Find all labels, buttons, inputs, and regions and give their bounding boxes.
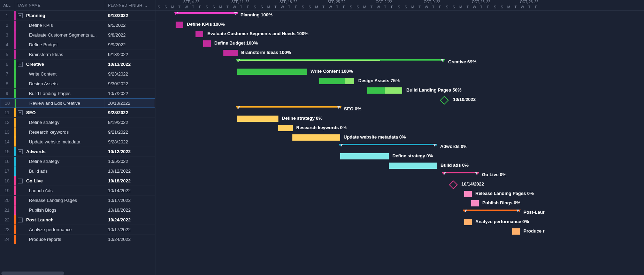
- table-row[interactable]: 12Define strategy9/19/2022: [0, 118, 155, 127]
- collapse-icon[interactable]: −: [18, 179, 23, 183]
- day-letter: S: [210, 5, 217, 9]
- task-bar[interactable]: [237, 69, 307, 75]
- h-scrollbar[interactable]: [1, 272, 64, 275]
- task-bar[interactable]: [389, 163, 437, 169]
- day-letter: S: [162, 5, 169, 9]
- table-row[interactable]: 22−Post-Launch10/24/2022: [0, 215, 155, 225]
- row-color-bar: [14, 60, 16, 69]
- week-label: OCT, 9 '22: [424, 0, 440, 4]
- table-row[interactable]: 23Analyze performance10/17/2022: [0, 225, 155, 235]
- summary-bar[interactable]: [340, 144, 436, 145]
- task-bar[interactable]: [471, 200, 479, 206]
- table-row[interactable]: 16Define strategy10/5/2022: [0, 157, 155, 166]
- table-row[interactable]: 14Update website metadata9/28/2022: [0, 137, 155, 147]
- row-number: 22: [0, 215, 14, 225]
- col-header-name[interactable]: TASK NAME: [14, 0, 105, 10]
- planned-finish: 10/17/2022: [105, 227, 155, 232]
- row-number: 4: [0, 40, 14, 49]
- table-row[interactable]: 6−Creative10/13/2022: [0, 60, 155, 69]
- day-letter: S: [306, 5, 313, 9]
- gantt-row: Publish Blogs 0%: [155, 199, 644, 208]
- task-bar[interactable]: [512, 228, 520, 235]
- table-row[interactable]: 17Build ads10/12/2022: [0, 166, 155, 176]
- summary-bar[interactable]: [464, 210, 519, 211]
- collapse-icon[interactable]: −: [18, 218, 23, 222]
- task-bar[interactable]: [464, 191, 472, 197]
- collapse-icon[interactable]: −: [18, 62, 23, 67]
- gantt-row: 10/14/2022: [155, 180, 644, 189]
- task-name: Planning: [23, 13, 105, 18]
- table-row[interactable]: 11−SEO9/28/2022: [0, 108, 155, 118]
- task-name: Define strategy: [16, 159, 105, 164]
- progress-overlay: [385, 87, 402, 94]
- planned-finish: 10/24/2022: [105, 237, 155, 242]
- day-letter: F: [341, 5, 348, 9]
- milestone-icon[interactable]: [449, 180, 458, 189]
- week-label: SEP, 11 '22: [231, 0, 249, 4]
- table-row[interactable]: 13Research keywords9/21/2022: [0, 127, 155, 137]
- bar-label: Evaluate Customer Segments and Needs 100…: [207, 31, 308, 36]
- collapse-icon[interactable]: −: [18, 13, 23, 18]
- planned-finish: 9/23/2022: [105, 71, 155, 77]
- task-bar[interactable]: [340, 153, 389, 159]
- planned-finish: 10/5/2022: [105, 159, 155, 164]
- table-row[interactable]: 15−Adwords10/12/2022: [0, 147, 155, 157]
- row-color-bar: [14, 147, 16, 156]
- row-name-cell: Design Assets: [14, 79, 105, 88]
- task-bar[interactable]: [237, 116, 278, 122]
- table-row[interactable]: 4Define Budget9/9/2022: [0, 40, 155, 50]
- planned-finish: 10/7/2022: [105, 91, 155, 96]
- table-row[interactable]: 20Release Landing Pages10/17/2022: [0, 196, 155, 205]
- task-bar[interactable]: [278, 125, 293, 131]
- summary-bar[interactable]: [237, 106, 340, 108]
- gantt-row: Brainstorm Ideas 100%: [155, 48, 644, 58]
- row-name-cell: −Planning: [14, 11, 105, 20]
- milestone-icon[interactable]: [440, 96, 449, 104]
- summary-bar[interactable]: [443, 172, 478, 173]
- task-bar[interactable]: [464, 219, 472, 225]
- task-bar[interactable]: [176, 22, 183, 28]
- row-number: 11: [0, 108, 14, 117]
- table-row[interactable]: 18−Go Live10/18/2022: [0, 176, 155, 186]
- gantt-row: Go Live 0%: [155, 171, 644, 180]
- day-letter: T: [190, 5, 197, 9]
- table-row[interactable]: 9Build Landing Pages10/7/2022: [0, 89, 155, 99]
- table-row[interactable]: 3Evaluate Customer Segments a...9/8/2022: [0, 30, 155, 40]
- task-bar[interactable]: [292, 134, 340, 141]
- day-letter: M: [217, 5, 224, 9]
- collapse-icon[interactable]: −: [18, 110, 23, 115]
- day-letter: S: [347, 5, 354, 9]
- task-bar[interactable]: [203, 40, 211, 47]
- gantt-chart[interactable]: Planning 100%Define KPIs 100%Evaluate Cu…: [155, 11, 644, 236]
- row-number: 19: [0, 186, 14, 195]
- task-bar[interactable]: [223, 50, 238, 56]
- table-row[interactable]: 8Design Assets9/30/2022: [0, 79, 155, 89]
- row-name-cell: Define KPIs: [14, 21, 105, 30]
- col-header-all[interactable]: ALL: [0, 0, 14, 10]
- task-name: Define strategy: [16, 120, 105, 125]
- task-name: SEO: [23, 110, 105, 115]
- task-bar[interactable]: [196, 31, 203, 37]
- table-row[interactable]: 10Review and Edit Creative10/13/2022: [0, 99, 155, 108]
- table-row[interactable]: 2Define KPIs9/5/2022: [0, 21, 155, 30]
- task-name: Publish Blogs: [16, 207, 105, 213]
- bar-label: Analyze performance 0%: [475, 219, 529, 224]
- row-name-cell: Define Budget: [14, 40, 105, 49]
- col-header-date[interactable]: PLANNED FINISH ...: [105, 0, 155, 10]
- gantt-row: Define Budget 100%: [155, 39, 644, 48]
- bar-label: SEO 0%: [344, 106, 361, 111]
- day-letter: S: [155, 5, 162, 9]
- table-row[interactable]: 21Publish Blogs10/18/2022: [0, 205, 155, 215]
- collapse-icon[interactable]: −: [18, 149, 23, 154]
- table-row[interactable]: 19Launch Ads10/14/2022: [0, 186, 155, 196]
- day-letter: F: [197, 5, 204, 9]
- table-row[interactable]: 1−Planning9/13/2022: [0, 11, 155, 21]
- table-row[interactable]: 5Brainstorm Ideas9/13/2022: [0, 50, 155, 60]
- table-row[interactable]: 7Write Content9/23/2022: [0, 69, 155, 79]
- day-letter: T: [464, 5, 471, 9]
- week-label: SEP, 4 '22: [183, 0, 199, 4]
- table-row[interactable]: 24Produce reports10/24/2022: [0, 235, 155, 244]
- row-name-cell: Review and Edit Creative: [15, 99, 105, 108]
- row-number: 3: [0, 30, 14, 40]
- day-letter: S: [299, 5, 306, 9]
